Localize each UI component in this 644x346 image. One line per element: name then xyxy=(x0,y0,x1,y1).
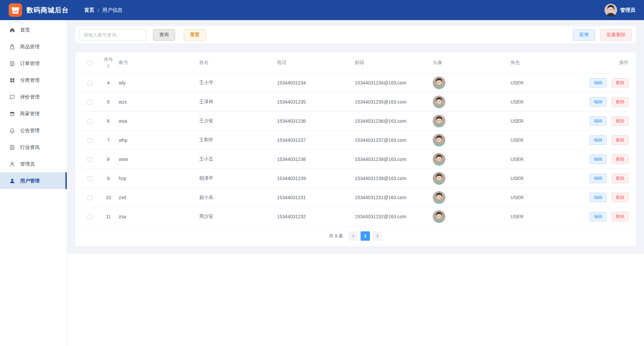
pagination: 共 8 条 1 xyxy=(82,226,629,244)
main-content: 查询 重置 新增 批量删除 xyxy=(67,20,644,346)
breadcrumb-current: 用户信息 xyxy=(102,7,122,13)
table-row: 9 hzp 胡泽平 15344031239 15344031239@163.co… xyxy=(82,169,629,188)
edit-button[interactable]: 编辑 xyxy=(590,174,606,183)
edit-button[interactable]: 编辑 xyxy=(590,155,606,164)
col-header-avatar: 头像 xyxy=(433,52,511,73)
cell-index: 7 xyxy=(98,130,119,150)
delete-button[interactable]: 删除 xyxy=(612,174,629,183)
cell-account: zxd xyxy=(119,188,199,207)
breadcrumb-home[interactable]: 首页 xyxy=(84,7,94,13)
user-avatar xyxy=(433,153,445,166)
cell-email: 15344031238@163.com xyxy=(355,150,433,169)
sidebar-item-notices[interactable]: 公告管理 xyxy=(0,122,67,139)
sidebar-item-news[interactable]: 行业资讯 xyxy=(0,139,67,156)
admin-avatar[interactable] xyxy=(604,4,617,16)
row-checkbox[interactable] xyxy=(88,157,92,162)
col-header-account: 账号 xyxy=(119,52,199,73)
row-checkbox[interactable] xyxy=(88,195,92,200)
select-all-checkbox[interactable] xyxy=(88,61,92,65)
sidebar-item-merchants[interactable]: 商家管理 xyxy=(0,105,67,122)
app-title: 数码商城后台 xyxy=(26,6,69,15)
cell-name: 王泽祥 xyxy=(199,92,277,111)
table-row: 11 zsa 周少安 15344031232 15344031232@163.c… xyxy=(82,207,629,226)
delete-button[interactable]: 删除 xyxy=(612,193,629,202)
table-row: 10 zxd 赵小东 15344031231 15344031231@163.c… xyxy=(82,188,629,207)
cell-phone: 15344031239 xyxy=(277,169,355,188)
cell-role: USER xyxy=(511,169,588,188)
cell-role: USER xyxy=(511,207,588,226)
admin-user-label[interactable]: 管理员 xyxy=(620,7,635,13)
cell-phone: 15344031238 xyxy=(277,150,355,169)
cell-name: 王和平 xyxy=(199,130,277,150)
app-logo-icon xyxy=(9,3,22,17)
cell-role: USER xyxy=(511,111,588,130)
chevron-right-icon[interactable] xyxy=(373,231,382,241)
cell-name: 王少安 xyxy=(199,111,277,130)
sidebar-item-categories[interactable]: 分类管理 xyxy=(0,72,67,89)
edit-button[interactable]: 编辑 xyxy=(590,135,606,145)
row-checkbox[interactable] xyxy=(88,138,92,143)
cell-email: 15344031237@163.com xyxy=(355,130,433,150)
page-1-button[interactable]: 1 xyxy=(361,231,370,241)
cell-role: USER xyxy=(511,150,588,169)
search-toolbar: 查询 重置 新增 批量删除 xyxy=(75,26,636,44)
table-row: 5 wzx 王泽祥 15344031235 15344031235@163.co… xyxy=(82,92,629,111)
delete-button[interactable]: 删除 xyxy=(612,78,629,88)
breadcrumb-separator: / xyxy=(98,7,99,13)
cell-index: 8 xyxy=(98,150,119,169)
cell-name: 胡泽平 xyxy=(199,169,277,188)
chevron-left-icon[interactable] xyxy=(348,231,358,241)
col-header-role: 角色 xyxy=(511,52,588,73)
sidebar-item-admins[interactable]: 管理员 xyxy=(0,156,67,172)
pagination-total: 共 8 条 xyxy=(329,233,343,239)
sidebar-item-reviews[interactable]: 评价管理 xyxy=(0,89,67,105)
user-avatar xyxy=(433,191,445,204)
col-header-name: 姓名 xyxy=(199,52,277,73)
row-checkbox[interactable] xyxy=(88,215,92,219)
delete-button[interactable]: 删除 xyxy=(612,116,629,126)
cell-email: 15344031236@163.com xyxy=(355,111,433,130)
delete-button[interactable]: 删除 xyxy=(612,135,629,145)
row-checkbox[interactable] xyxy=(88,176,92,181)
sidebar-item-orders[interactable]: 订单管理 xyxy=(0,55,67,72)
top-navbar: 数码商城后台 首页 / 用户信息 管理员 xyxy=(0,0,644,20)
table-header-row: 序号 账号 姓名 电话 邮箱 头像 角色 操作 xyxy=(82,52,629,73)
document-icon xyxy=(9,60,15,67)
delete-button[interactable]: 删除 xyxy=(612,97,629,107)
sidebar-item-products[interactable]: 商品管理 xyxy=(0,38,67,55)
sort-icon[interactable] xyxy=(107,64,110,68)
cell-phone: 15344031231 xyxy=(277,188,355,207)
cell-role: USER xyxy=(511,130,588,150)
breadcrumb: 首页 / 用户信息 xyxy=(84,7,122,13)
row-checkbox[interactable] xyxy=(88,100,92,105)
row-checkbox[interactable] xyxy=(88,119,92,124)
cell-account: zsa xyxy=(119,207,199,226)
cell-phone: 15344031232 xyxy=(277,207,355,226)
edit-button[interactable]: 编辑 xyxy=(590,97,606,107)
delete-button[interactable]: 删除 xyxy=(612,155,629,164)
sidebar-item-home[interactable]: 首页 xyxy=(0,21,67,38)
cell-phone: 15344031235 xyxy=(277,92,355,111)
query-button[interactable]: 查询 xyxy=(153,29,175,41)
add-button[interactable]: 新增 xyxy=(573,29,595,41)
edit-button[interactable]: 编辑 xyxy=(590,212,606,221)
cell-account: wzx xyxy=(119,92,199,111)
delete-button[interactable]: 删除 xyxy=(612,212,629,221)
row-checkbox[interactable] xyxy=(88,81,92,85)
users-table-card: 序号 账号 姓名 电话 邮箱 头像 角色 操作 xyxy=(75,52,636,246)
edit-button[interactable]: 编辑 xyxy=(590,193,606,202)
table-row: 4 wly 王小宇 15344031234 15344031234@163.co… xyxy=(82,73,629,92)
account-search-input[interactable] xyxy=(79,29,146,41)
edit-button[interactable]: 编辑 xyxy=(590,116,606,126)
cell-phone: 15344031236 xyxy=(277,111,355,130)
cell-email: 15344031232@163.com xyxy=(355,207,433,226)
user-avatar xyxy=(433,172,445,185)
edit-button[interactable]: 编辑 xyxy=(590,78,606,88)
col-header-email: 邮箱 xyxy=(355,52,433,73)
cell-index: 9 xyxy=(98,169,119,188)
batch-delete-button[interactable]: 批量删除 xyxy=(600,29,632,41)
sidebar: 首页 商品管理 订单管理 分类管理 评价管理 商家管理 公告管理 行业资讯 管理… xyxy=(0,20,67,346)
reset-button[interactable]: 重置 xyxy=(184,29,206,41)
cell-name: 王小五 xyxy=(199,150,277,169)
sidebar-item-users[interactable]: 用户管理 xyxy=(0,172,67,189)
